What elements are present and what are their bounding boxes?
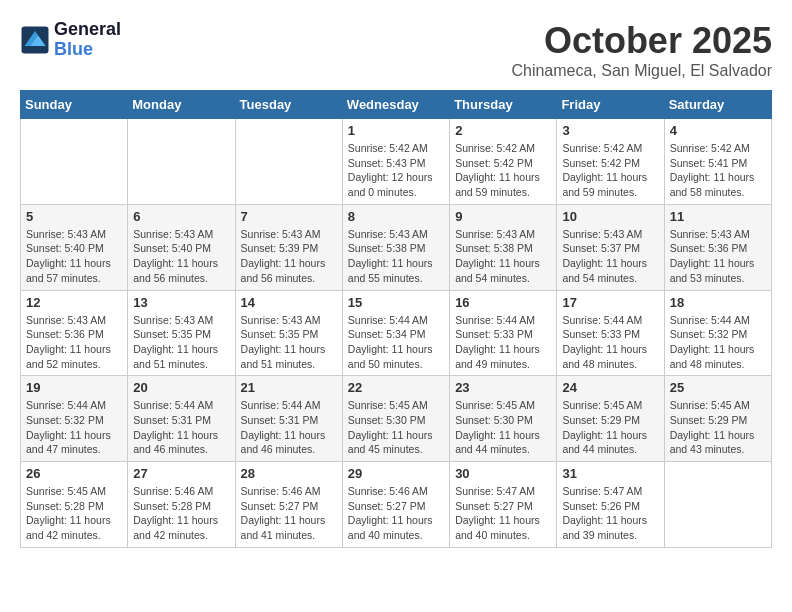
day-number: 5 (26, 209, 122, 224)
day-info: Sunrise: 5:43 AM Sunset: 5:35 PM Dayligh… (133, 313, 229, 372)
day-number: 16 (455, 295, 551, 310)
day-number: 13 (133, 295, 229, 310)
day-info: Sunrise: 5:45 AM Sunset: 5:29 PM Dayligh… (670, 398, 766, 457)
calendar-day-cell: 25Sunrise: 5:45 AM Sunset: 5:29 PM Dayli… (664, 376, 771, 462)
calendar-day-cell: 5Sunrise: 5:43 AM Sunset: 5:40 PM Daylig… (21, 204, 128, 290)
calendar-day-cell: 6Sunrise: 5:43 AM Sunset: 5:40 PM Daylig… (128, 204, 235, 290)
calendar-day-cell: 16Sunrise: 5:44 AM Sunset: 5:33 PM Dayli… (450, 290, 557, 376)
day-number: 19 (26, 380, 122, 395)
day-info: Sunrise: 5:44 AM Sunset: 5:31 PM Dayligh… (133, 398, 229, 457)
day-info: Sunrise: 5:46 AM Sunset: 5:28 PM Dayligh… (133, 484, 229, 543)
page-header: General Blue October 2025 Chinameca, San… (20, 20, 772, 80)
day-info: Sunrise: 5:44 AM Sunset: 5:34 PM Dayligh… (348, 313, 444, 372)
day-info: Sunrise: 5:47 AM Sunset: 5:27 PM Dayligh… (455, 484, 551, 543)
day-number: 11 (670, 209, 766, 224)
day-info: Sunrise: 5:44 AM Sunset: 5:33 PM Dayligh… (455, 313, 551, 372)
day-info: Sunrise: 5:45 AM Sunset: 5:29 PM Dayligh… (562, 398, 658, 457)
day-number: 29 (348, 466, 444, 481)
calendar-day-cell: 11Sunrise: 5:43 AM Sunset: 5:36 PM Dayli… (664, 204, 771, 290)
day-number: 15 (348, 295, 444, 310)
calendar-day-cell: 14Sunrise: 5:43 AM Sunset: 5:35 PM Dayli… (235, 290, 342, 376)
weekday-header-tuesday: Tuesday (235, 91, 342, 119)
month-title: October 2025 (511, 20, 772, 62)
calendar-day-cell: 10Sunrise: 5:43 AM Sunset: 5:37 PM Dayli… (557, 204, 664, 290)
weekday-header-saturday: Saturday (664, 91, 771, 119)
logo-line1: General (54, 20, 121, 40)
day-info: Sunrise: 5:43 AM Sunset: 5:40 PM Dayligh… (26, 227, 122, 286)
day-info: Sunrise: 5:43 AM Sunset: 5:40 PM Dayligh… (133, 227, 229, 286)
day-info: Sunrise: 5:43 AM Sunset: 5:39 PM Dayligh… (241, 227, 337, 286)
empty-day-cell (664, 462, 771, 548)
day-number: 22 (348, 380, 444, 395)
calendar-day-cell: 28Sunrise: 5:46 AM Sunset: 5:27 PM Dayli… (235, 462, 342, 548)
calendar-day-cell: 7Sunrise: 5:43 AM Sunset: 5:39 PM Daylig… (235, 204, 342, 290)
day-info: Sunrise: 5:42 AM Sunset: 5:42 PM Dayligh… (455, 141, 551, 200)
calendar-day-cell: 13Sunrise: 5:43 AM Sunset: 5:35 PM Dayli… (128, 290, 235, 376)
calendar-week-row: 26Sunrise: 5:45 AM Sunset: 5:28 PM Dayli… (21, 462, 772, 548)
day-info: Sunrise: 5:45 AM Sunset: 5:30 PM Dayligh… (348, 398, 444, 457)
day-number: 14 (241, 295, 337, 310)
day-number: 2 (455, 123, 551, 138)
day-info: Sunrise: 5:45 AM Sunset: 5:28 PM Dayligh… (26, 484, 122, 543)
day-info: Sunrise: 5:43 AM Sunset: 5:36 PM Dayligh… (670, 227, 766, 286)
day-number: 23 (455, 380, 551, 395)
day-info: Sunrise: 5:44 AM Sunset: 5:32 PM Dayligh… (26, 398, 122, 457)
day-number: 6 (133, 209, 229, 224)
day-info: Sunrise: 5:43 AM Sunset: 5:38 PM Dayligh… (348, 227, 444, 286)
day-info: Sunrise: 5:44 AM Sunset: 5:33 PM Dayligh… (562, 313, 658, 372)
logo: General Blue (20, 20, 121, 60)
day-info: Sunrise: 5:44 AM Sunset: 5:32 PM Dayligh… (670, 313, 766, 372)
day-info: Sunrise: 5:44 AM Sunset: 5:31 PM Dayligh… (241, 398, 337, 457)
weekday-header-sunday: Sunday (21, 91, 128, 119)
logo-icon (20, 25, 50, 55)
day-number: 25 (670, 380, 766, 395)
calendar-day-cell: 9Sunrise: 5:43 AM Sunset: 5:38 PM Daylig… (450, 204, 557, 290)
calendar-week-row: 12Sunrise: 5:43 AM Sunset: 5:36 PM Dayli… (21, 290, 772, 376)
calendar-day-cell: 3Sunrise: 5:42 AM Sunset: 5:42 PM Daylig… (557, 119, 664, 205)
calendar-week-row: 5Sunrise: 5:43 AM Sunset: 5:40 PM Daylig… (21, 204, 772, 290)
calendar-day-cell: 12Sunrise: 5:43 AM Sunset: 5:36 PM Dayli… (21, 290, 128, 376)
day-number: 9 (455, 209, 551, 224)
day-number: 10 (562, 209, 658, 224)
day-number: 21 (241, 380, 337, 395)
empty-day-cell (21, 119, 128, 205)
calendar-day-cell: 2Sunrise: 5:42 AM Sunset: 5:42 PM Daylig… (450, 119, 557, 205)
day-info: Sunrise: 5:43 AM Sunset: 5:37 PM Dayligh… (562, 227, 658, 286)
day-number: 26 (26, 466, 122, 481)
day-number: 24 (562, 380, 658, 395)
day-number: 17 (562, 295, 658, 310)
day-number: 20 (133, 380, 229, 395)
weekday-header-friday: Friday (557, 91, 664, 119)
weekday-header-monday: Monday (128, 91, 235, 119)
calendar-day-cell: 26Sunrise: 5:45 AM Sunset: 5:28 PM Dayli… (21, 462, 128, 548)
title-section: October 2025 Chinameca, San Miguel, El S… (511, 20, 772, 80)
day-number: 4 (670, 123, 766, 138)
calendar-day-cell: 29Sunrise: 5:46 AM Sunset: 5:27 PM Dayli… (342, 462, 449, 548)
weekday-header-wednesday: Wednesday (342, 91, 449, 119)
day-number: 27 (133, 466, 229, 481)
day-info: Sunrise: 5:47 AM Sunset: 5:26 PM Dayligh… (562, 484, 658, 543)
day-number: 3 (562, 123, 658, 138)
calendar-day-cell: 1Sunrise: 5:42 AM Sunset: 5:43 PM Daylig… (342, 119, 449, 205)
day-info: Sunrise: 5:42 AM Sunset: 5:42 PM Dayligh… (562, 141, 658, 200)
empty-day-cell (235, 119, 342, 205)
day-number: 30 (455, 466, 551, 481)
location-subtitle: Chinameca, San Miguel, El Salvador (511, 62, 772, 80)
day-info: Sunrise: 5:43 AM Sunset: 5:35 PM Dayligh… (241, 313, 337, 372)
day-number: 7 (241, 209, 337, 224)
calendar-day-cell: 23Sunrise: 5:45 AM Sunset: 5:30 PM Dayli… (450, 376, 557, 462)
calendar-day-cell: 24Sunrise: 5:45 AM Sunset: 5:29 PM Dayli… (557, 376, 664, 462)
calendar-day-cell: 18Sunrise: 5:44 AM Sunset: 5:32 PM Dayli… (664, 290, 771, 376)
weekday-header-thursday: Thursday (450, 91, 557, 119)
calendar-day-cell: 30Sunrise: 5:47 AM Sunset: 5:27 PM Dayli… (450, 462, 557, 548)
day-info: Sunrise: 5:45 AM Sunset: 5:30 PM Dayligh… (455, 398, 551, 457)
day-info: Sunrise: 5:43 AM Sunset: 5:36 PM Dayligh… (26, 313, 122, 372)
calendar-day-cell: 20Sunrise: 5:44 AM Sunset: 5:31 PM Dayli… (128, 376, 235, 462)
calendar-day-cell: 21Sunrise: 5:44 AM Sunset: 5:31 PM Dayli… (235, 376, 342, 462)
calendar-day-cell: 17Sunrise: 5:44 AM Sunset: 5:33 PM Dayli… (557, 290, 664, 376)
day-info: Sunrise: 5:42 AM Sunset: 5:41 PM Dayligh… (670, 141, 766, 200)
calendar-week-row: 19Sunrise: 5:44 AM Sunset: 5:32 PM Dayli… (21, 376, 772, 462)
day-number: 8 (348, 209, 444, 224)
calendar-day-cell: 27Sunrise: 5:46 AM Sunset: 5:28 PM Dayli… (128, 462, 235, 548)
calendar-week-row: 1Sunrise: 5:42 AM Sunset: 5:43 PM Daylig… (21, 119, 772, 205)
